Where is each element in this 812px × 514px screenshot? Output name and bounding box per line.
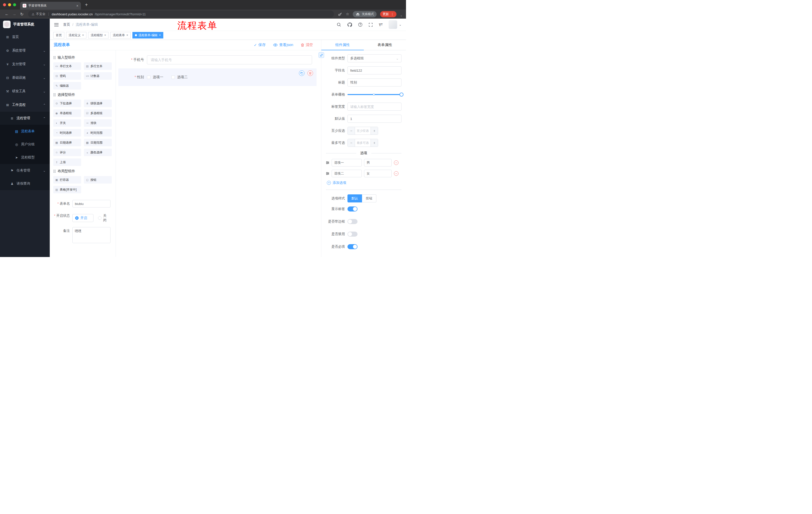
drag-handle-icon[interactable] <box>326 172 329 175</box>
palette-item-date-picker[interactable]: ▦日期选择 <box>53 139 81 146</box>
default-value-input[interactable] <box>347 115 402 123</box>
view-json-button[interactable]: 查看json <box>273 43 293 47</box>
disabled-toggle[interactable] <box>347 232 357 237</box>
sidebar-item-user-group[interactable]: ◎ 用户分组 <box>0 138 50 151</box>
drag-handle-icon[interactable] <box>326 161 329 164</box>
palette-item-checkbox-group[interactable]: ☑多选框组 <box>84 109 112 117</box>
sidebar-item-process-model[interactable]: ➤ 流程模型 <box>0 151 50 164</box>
tab-component-props[interactable]: 组件属性 <box>321 40 364 50</box>
slider-handle[interactable] <box>400 92 404 97</box>
tab-close-icon[interactable]: × <box>76 4 78 8</box>
style-default-button[interactable]: 默认 <box>347 194 362 202</box>
palette-item-select[interactable]: ⊙下拉选择 <box>53 100 81 107</box>
palette-item-rate[interactable]: ☆评分 <box>53 148 81 156</box>
phone-field-row[interactable]: 手机号 <box>125 55 312 64</box>
forward-icon[interactable]: → <box>11 12 18 16</box>
border-toggle[interactable] <box>347 219 357 224</box>
delete-widget-button[interactable] <box>308 71 313 76</box>
browser-tab[interactable]: 芋道管理系统 × <box>20 2 81 9</box>
close-icon[interactable]: × <box>159 33 161 37</box>
new-tab-button[interactable]: + <box>85 2 88 7</box>
address-bar[interactable]: ⚠不安全 dashboard.yudao.iocoder.cn/bpm/mana… <box>28 10 334 18</box>
update-button[interactable]: 更新 ⋮ <box>380 11 397 17</box>
palette-item-table[interactable]: ▥表格[开发中] <box>53 186 81 193</box>
sidebar-logo[interactable]: 芋道管理系统 <box>0 19 50 30</box>
toolbar-chevron-icon[interactable]: ⌄ <box>400 13 403 17</box>
breadcrumb-home[interactable]: 首页 <box>63 22 70 27</box>
back-icon[interactable]: ← <box>3 12 10 16</box>
sidebar-item-home[interactable]: ⊞ 首页 <box>0 30 50 44</box>
phone-input[interactable] <box>147 55 312 64</box>
clear-button[interactable]: 清空 <box>301 43 313 47</box>
palette-item-radio-group[interactable]: ◉单选框组 <box>53 109 81 117</box>
tag-process-form[interactable]: 流程表单 × <box>110 32 130 38</box>
option-label-input[interactable] <box>331 170 362 177</box>
title-input[interactable] <box>347 78 402 86</box>
sidebar-item-process-management[interactable]: ≣ 流程管理 ⌄ <box>0 112 50 125</box>
palette-item-date-range[interactable]: ▩日期范围 <box>84 139 112 146</box>
window-zoom-button[interactable] <box>13 3 16 6</box>
palette-item-switch[interactable]: ◐开关 <box>53 119 81 127</box>
checkbox-option-1[interactable]: 选项一 <box>147 75 163 79</box>
sidebar-item-workflow[interactable]: ⊠ 工作流程 ⌄ <box>0 98 50 112</box>
option-label-input[interactable] <box>331 159 362 166</box>
copy-widget-button[interactable] <box>299 71 304 76</box>
sidebar-item-devtools[interactable]: ⚒ 研发工具 ⌄ <box>0 84 50 98</box>
user-menu[interactable]: ⌄ <box>389 20 402 29</box>
reload-icon[interactable]: ↻ <box>19 12 25 17</box>
tag-process-form-edit[interactable]: 流程表单-编辑 × <box>133 32 163 38</box>
radio-closed[interactable]: 关闭 <box>98 214 107 222</box>
palette-item-editor[interactable]: ✎编辑器 <box>53 82 81 89</box>
palette-item-row-container[interactable]: ▣行容器 <box>53 176 81 184</box>
minus-button[interactable]: − <box>348 139 355 146</box>
help-icon[interactable] <box>358 22 362 27</box>
browser-menu-icon[interactable]: ⋮ <box>391 12 394 16</box>
tab-form-props[interactable]: 表单属性 <box>364 40 406 50</box>
sidebar-item-leave-query[interactable]: ♟ 请假查询 <box>0 177 50 190</box>
font-size-icon[interactable]: TT <box>379 23 383 27</box>
palette-item-upload[interactable]: ⇧上传 <box>53 158 81 166</box>
required-toggle[interactable] <box>347 244 357 249</box>
grid-span-slider[interactable] <box>347 90 402 99</box>
palette-item-cascader[interactable]: ⋔级联选择 <box>84 100 112 107</box>
gender-widget-selected[interactable]: 性别 选项一 选项二 <box>118 69 317 86</box>
hamburger-icon[interactable] <box>54 23 59 27</box>
palette-item-multi-line-text[interactable]: ▤多行文本 <box>84 62 112 70</box>
label-width-input[interactable] <box>347 103 402 111</box>
close-icon[interactable]: × <box>82 33 84 37</box>
sidebar-item-infrastructure[interactable]: ⊟ 基础设施 ⌄ <box>0 71 50 84</box>
add-option-button[interactable]: + 添加选项 <box>327 181 402 185</box>
tag-process-definition[interactable]: 流程定义 × <box>66 32 86 38</box>
tag-home[interactable]: 首页 <box>53 32 64 38</box>
window-close-button[interactable] <box>3 3 6 6</box>
sidebar-item-task-management[interactable]: ⚑ 任务管理 ⌄ <box>0 164 50 177</box>
fullscreen-icon[interactable] <box>369 23 373 27</box>
plus-button[interactable]: + <box>371 139 378 146</box>
search-icon[interactable] <box>337 22 341 27</box>
style-button-button[interactable]: 按钮 <box>362 194 376 202</box>
radio-open[interactable]: 开启 <box>72 214 93 222</box>
palette-item-password[interactable]: ⊡密码 <box>53 72 81 80</box>
form-name-input[interactable] <box>72 200 111 208</box>
close-icon[interactable]: × <box>104 33 106 37</box>
palette-item-time-range[interactable]: ◕时间范围 <box>84 129 112 137</box>
remove-option-icon[interactable]: − <box>394 160 399 165</box>
save-button[interactable]: ✓ 保存 <box>254 43 266 47</box>
palette-item-single-line-text[interactable]: ▭单行文本 <box>53 62 81 70</box>
max-select-placeholder[interactable]: 最多可选 <box>355 139 371 146</box>
minus-button[interactable]: − <box>348 127 355 135</box>
panel-link-handle[interactable] <box>319 52 324 58</box>
form-remark-textarea[interactable]: 嘿嘿 <box>72 227 111 243</box>
component-type-select[interactable]: 多选框组⌄ <box>347 54 402 62</box>
window-minimize-button[interactable] <box>8 3 11 6</box>
tag-process-model[interactable]: 流程模型 × <box>88 32 109 38</box>
sidebar-item-process-form[interactable]: ▤ 流程表单 <box>0 125 50 138</box>
bookmark-star-icon[interactable]: ☆ <box>346 12 349 16</box>
remove-option-icon[interactable]: − <box>394 171 399 176</box>
option-value-input[interactable] <box>364 170 392 177</box>
checkbox-option-2[interactable]: 选项二 <box>171 75 188 79</box>
show-label-toggle[interactable] <box>347 207 357 212</box>
sidebar-item-payment[interactable]: ¥ 支付管理 ⌄ <box>0 57 50 71</box>
close-icon[interactable]: × <box>126 33 128 37</box>
security-warning[interactable]: ⚠不安全 <box>32 12 46 16</box>
